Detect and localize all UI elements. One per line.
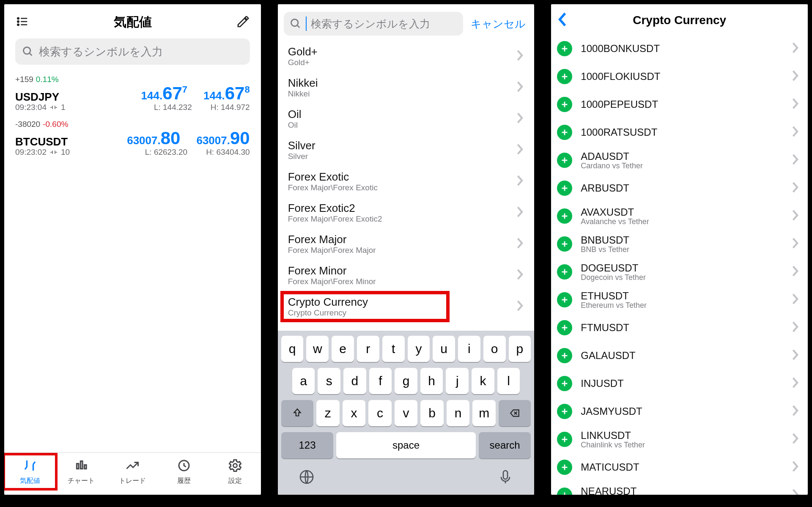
symbol-row[interactable]: FTMUSDT [551,314,808,342]
symbol-row[interactable]: 1000BONKUSDT [551,35,808,63]
key-v[interactable]: v [395,400,418,426]
add-button[interactable] [557,432,572,447]
symbol-row[interactable]: 1000PEPEUSDT [551,90,808,118]
crypto-list-screen: Crypto Currency 1000BONKUSDT 1000FLOKIUS… [551,4,808,495]
key-r[interactable]: r [357,336,379,362]
add-button[interactable] [557,320,572,335]
key-t[interactable]: t [382,336,405,362]
symbol-name: 1000PEPEUSDT [581,99,658,110]
category-row[interactable]: Gold+Gold+ [278,41,535,72]
category-path: Forex Major\Forex Minor [288,277,376,286]
key-f[interactable]: f [369,368,392,394]
chevron-right-icon [792,181,799,195]
key-space[interactable]: space [336,432,476,458]
search-input[interactable]: 検索するシンボルを入力 [284,12,464,36]
symbol-row[interactable]: 1000RATSUSDT [551,118,808,146]
key-d[interactable]: d [343,368,366,394]
key-p[interactable]: p [509,336,531,362]
category-path: Oil [288,121,302,130]
symbol-row[interactable]: LINKUSDTChainlink vs Tether [551,425,808,453]
symbol-row[interactable]: ETHUSDTEthereum vs Tether [551,286,808,314]
category-row[interactable]: Forex ExoticForex Major\Forex Exotic [278,166,535,197]
key-u[interactable]: u [433,336,455,362]
key-shift[interactable] [281,400,313,426]
globe-icon[interactable] [298,469,315,487]
key-c[interactable]: c [368,400,392,426]
key-backspace[interactable] [499,400,531,426]
symbol-row[interactable]: 1000FLOKIUSDT [551,63,808,90]
key-e[interactable]: e [332,336,354,362]
cancel-button[interactable]: キャンセル [468,17,528,31]
add-button[interactable] [557,153,572,168]
key-o[interactable]: o [483,336,506,362]
chevron-right-icon [792,349,799,362]
symbol-row[interactable]: ARBUSDT [551,174,808,202]
add-button[interactable] [557,236,572,252]
add-button[interactable] [557,488,572,495]
tab-history[interactable]: 履歴 [161,458,207,485]
symbol-row[interactable]: NEARUSDTNEAR Protocol vs Tether [551,481,808,495]
category-row[interactable]: NikkeiNikkei [278,72,535,103]
add-button[interactable] [557,460,572,475]
tab-chart[interactable]: チャート [58,458,104,485]
tab-quotes[interactable]: 気配値 [7,458,53,485]
add-button[interactable] [557,264,572,280]
key-s[interactable]: s [318,368,340,394]
symbol-row[interactable]: BNBUSDTBNB vs Tether [551,230,808,258]
chevron-right-icon [792,433,799,446]
key-y[interactable]: y [408,336,430,362]
add-button[interactable] [557,69,572,84]
symbol-row[interactable]: AVAXUSDTAvalanche vs Tether [551,202,808,230]
add-button[interactable] [557,125,572,140]
key-n[interactable]: n [447,400,470,426]
key-123[interactable]: 123 [281,432,334,458]
key-j[interactable]: j [446,368,469,394]
list-view-icon[interactable] [15,15,30,30]
add-button[interactable] [557,404,572,419]
symbol-row[interactable]: JASMYUSDT [551,397,808,425]
category-row[interactable]: Crypto CurrencyCrypto Currency [278,291,535,322]
add-button[interactable] [557,97,572,112]
key-m[interactable]: m [472,400,496,426]
key-a[interactable]: a [292,368,315,394]
key-z[interactable]: z [316,400,340,426]
quote-row[interactable]: +159 0.11% USDJPY 144.677 144.678 09:23:… [4,71,261,115]
category-row[interactable]: SilverSilver [278,134,535,166]
chevron-right-icon [792,209,799,223]
key-q[interactable]: q [281,336,304,362]
key-l[interactable]: l [497,368,520,394]
symbol-row[interactable]: GALAUSDT [551,342,808,370]
tab-label: 履歴 [177,477,191,485]
key-w[interactable]: w [306,336,329,362]
add-button[interactable] [557,181,572,196]
symbol-row[interactable]: INJUSDT [551,370,808,397]
key-i[interactable]: i [458,336,480,362]
tab-settings[interactable]: 設定 [212,458,258,485]
key-k[interactable]: k [472,368,494,394]
symbol-desc: Avalanche vs Tether [581,217,649,226]
key-search[interactable]: search [479,432,531,458]
search-input[interactable]: 検索するシンボルを入力 [15,38,250,65]
category-row[interactable]: OilOil [278,103,535,134]
edit-icon[interactable] [236,15,250,30]
symbol-row[interactable]: DOGEUSDTDogecoin vs Tether [551,258,808,286]
add-button[interactable] [557,292,572,307]
category-path: Forex Major\Forex Major [288,246,376,255]
mic-icon[interactable] [497,469,514,487]
add-button[interactable] [557,348,572,363]
quote-row[interactable]: -38020 -0.60% BTCUSDT 63007.80 63007.90 … [4,115,261,160]
key-b[interactable]: b [420,400,444,426]
symbol-row[interactable]: ADAUSDTCardano vs Tether [551,146,808,174]
symbol-row[interactable]: MATICUSDT [551,453,808,481]
category-row[interactable]: Forex MinorForex Major\Forex Minor [278,260,535,291]
add-button[interactable] [557,208,572,224]
key-h[interactable]: h [420,368,443,394]
category-row[interactable]: Forex Exotic2Forex Major\Forex Exotic2 [278,197,535,228]
key-g[interactable]: g [395,368,417,394]
tab-trade[interactable]: トレード [109,458,156,485]
add-button[interactable] [557,376,572,391]
add-button[interactable] [557,41,572,56]
key-x[interactable]: x [343,400,366,426]
category-row[interactable]: Forex MajorForex Major\Forex Major [278,228,535,260]
back-button[interactable] [557,12,567,29]
